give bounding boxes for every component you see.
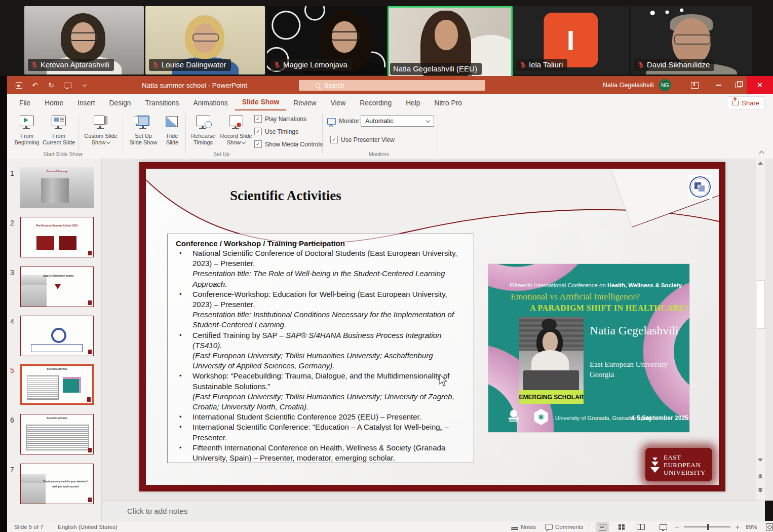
slide-bullet: Certified Training by SAP – SAP® S/4HANA… <box>176 330 466 371</box>
slide-thumbnail-7[interactable]: Thank you very much for your attention! … <box>20 464 94 504</box>
previous-slide-button[interactable] <box>758 476 763 478</box>
slide-thumbnail-6[interactable]: Scientific activities <box>20 414 94 454</box>
tab-file[interactable]: File <box>12 96 37 110</box>
participant-tile[interactable]: Louise Dalingwater <box>145 6 265 74</box>
thumbnail-caption: Scientific activities <box>22 368 92 370</box>
collapse-ribbon-button[interactable] <box>758 149 766 156</box>
normal-view-button[interactable] <box>596 522 609 532</box>
ribbon-commands: FromBeginningFromCurrent SlideCustom Sli… <box>7 110 773 159</box>
monitor-dropdown[interactable]: Automatic <box>361 116 434 127</box>
close-button[interactable]: ✕ <box>747 76 773 94</box>
tab-design[interactable]: Design <box>102 96 138 110</box>
checkbox-icon: ✓ <box>254 128 262 135</box>
tab-slide-show[interactable]: Slide Show <box>235 95 287 110</box>
conference-card-image[interactable]: Fifteenth International Conference on He… <box>488 264 689 432</box>
card-headline: A PARADIGM SHIFT IN HEALTHCARE? <box>530 303 689 313</box>
university-seal-icon <box>688 175 712 199</box>
use-timings-checkbox[interactable]: ✓Use Timings <box>254 128 298 135</box>
slide-title[interactable]: Scientific Activities <box>230 188 341 204</box>
next-slide-button[interactable] <box>758 490 763 492</box>
group-separator <box>438 113 438 153</box>
rehearse-timings-button[interactable]: RehearseTimings <box>188 113 218 151</box>
notes-toggle-button[interactable]: Notes <box>511 521 536 532</box>
save-icon[interactable] <box>14 81 23 90</box>
comments-button[interactable]: Comments <box>545 521 584 532</box>
slide-body-textbox[interactable]: Conference / Workshop / Training Partici… <box>167 234 474 463</box>
slide-canvas[interactable]: Scientific Activities Conference / Works… <box>139 162 725 491</box>
from-beginning-button[interactable]: FromBeginning <box>11 113 43 151</box>
reading-view-button[interactable] <box>634 522 647 532</box>
tab-transitions[interactable]: Transitions <box>138 96 186 110</box>
slide-thumbnail-3[interactable]: Step 2: Admission exams <box>20 267 94 307</box>
custom-slide-show-button[interactable]: Custom SlideShow <box>81 113 121 151</box>
participant-name-label: Iela Taliuri <box>516 59 567 71</box>
zoom-slider-thumb[interactable] <box>707 524 709 530</box>
set-up-slide-show-button[interactable]: Set UpSlide Show <box>127 113 160 151</box>
scrollbar-thumb[interactable] <box>757 280 765 329</box>
ribbon-display-options-button[interactable] <box>686 76 703 94</box>
share-button[interactable]: Share <box>727 96 765 110</box>
hide-slide-button[interactable]: HideSlide <box>160 113 184 151</box>
account-area[interactable]: Natia Gegelashvili NG <box>603 76 671 94</box>
bullet-text-segment: (East European University; Tbilisi Human… <box>192 392 466 412</box>
tab-insert[interactable]: Insert <box>70 96 102 110</box>
checkbox-icon: ✓ <box>330 136 338 143</box>
card-affiliation: East European University Georgia <box>590 359 681 379</box>
hide-icon <box>164 115 181 130</box>
slide-thumbnail-5[interactable]: Scientific activities <box>20 364 94 405</box>
tab-review[interactable]: Review <box>286 96 323 110</box>
use-presenter-view-checkbox[interactable]: ✓ Use Presenter View <box>330 136 395 143</box>
from-current-slide-button[interactable]: FromCurrent Slide <box>41 113 77 151</box>
tab-help[interactable]: Help <box>399 96 427 110</box>
avatar[interactable]: NG <box>659 79 671 91</box>
zoom-slider[interactable] <box>684 526 730 527</box>
participant-tile[interactable]: Ketevan Aptarashvili <box>24 6 144 74</box>
participant-tile[interactable]: IIela Taliuri <box>513 6 629 74</box>
slide-thumbnail-4[interactable] <box>20 316 94 356</box>
notes-pane[interactable]: Click to add notes <box>102 501 765 521</box>
scroll-up-icon[interactable] <box>758 162 763 165</box>
tab-recording[interactable]: Recording <box>353 96 399 110</box>
slide-sorter-view-button[interactable] <box>615 522 628 532</box>
undo-icon[interactable]: ↶ <box>30 81 40 90</box>
customize-qat-icon[interactable] <box>79 81 88 90</box>
share-icon <box>732 101 739 105</box>
zoom-out-button[interactable]: − <box>675 521 679 532</box>
tab-nitro-pro[interactable]: Nitro Pro <box>428 96 469 110</box>
scroll-down-icon[interactable] <box>758 459 763 462</box>
slide-show-view-button[interactable] <box>656 522 670 532</box>
fit-slide-button[interactable] <box>763 522 773 532</box>
card-dates: 4-5 September 2025 <box>631 414 688 422</box>
restore-button[interactable] <box>729 76 747 94</box>
slide-thumbnail-2[interactable]: Pre-Doctoral Summer School 2022 <box>20 217 94 257</box>
tab-view[interactable]: View <box>324 96 353 110</box>
beginning-icon <box>18 115 35 130</box>
play-narrations-checkbox[interactable]: ✓Play Narrations <box>254 115 306 123</box>
participant-strip: Ketevan AptarashviliLouise DalingwaterMa… <box>0 0 773 76</box>
participant-name-label: Louise Dalingwater <box>149 59 231 71</box>
participant-tile[interactable]: David Sikharulidze <box>631 6 752 74</box>
record-icon <box>227 115 245 130</box>
bullet-text-segment: International Scientific Conference: "Ed… <box>192 423 449 441</box>
participant-name-label: Maggie Lemonjava <box>270 59 352 71</box>
search-input[interactable]: Search <box>299 80 485 91</box>
tab-home[interactable]: Home <box>37 96 70 110</box>
eeu-mini-logo <box>88 251 92 255</box>
record-slide-show-button[interactable]: Record SlideShow <box>219 113 253 151</box>
redo-icon[interactable]: ↻ <box>47 81 56 90</box>
zoom-in-button[interactable]: + <box>736 521 740 532</box>
granada-crest-icon <box>509 410 519 423</box>
slide-scrollbar[interactable] <box>756 159 765 501</box>
eeu-mini-logo <box>88 498 92 502</box>
zoom-level[interactable]: 89% <box>746 521 757 532</box>
slide-bullet: International Scientific Conference: "Ed… <box>176 422 466 442</box>
slideshow-qat-icon[interactable] <box>63 81 72 90</box>
language-indicator[interactable]: English (United States) <box>58 521 118 532</box>
slide-thumbnail-1[interactable]: Doctoral Journey <box>20 167 94 208</box>
bullet-text-segment: Workshop: “Peacebuilding: Trauma, Dialog… <box>192 371 450 390</box>
show-media-controls-checkbox[interactable]: ✓Show Media Controls <box>254 140 323 148</box>
participant-tile[interactable]: Maggie Lemonjava <box>267 6 386 74</box>
minimize-button[interactable] <box>710 76 727 94</box>
tab-animations[interactable]: Animations <box>186 96 235 110</box>
participant-tile[interactable]: Natia Gegelashvili (EEU) <box>388 6 513 78</box>
